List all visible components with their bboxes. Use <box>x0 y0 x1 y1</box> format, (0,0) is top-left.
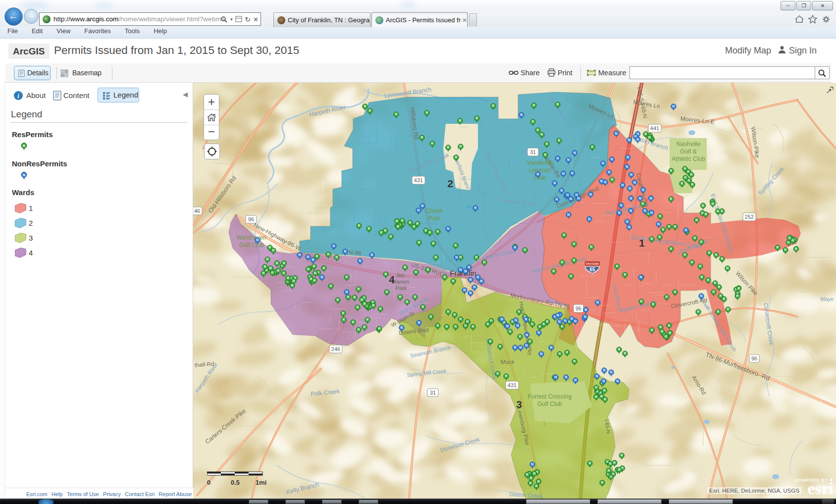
svg-text:N: N <box>630 173 632 176</box>
svg-text:R: R <box>431 142 434 145</box>
svg-text:R: R <box>292 279 295 283</box>
svg-text:R: R <box>539 325 541 328</box>
svg-text:R: R <box>271 271 274 274</box>
svg-text:R: R <box>613 461 616 464</box>
svg-text:N: N <box>464 288 466 292</box>
svg-text:R: R <box>652 302 655 306</box>
svg-text:R: R <box>591 145 594 149</box>
svg-text:R: R <box>566 351 569 354</box>
svg-text:R: R <box>532 120 534 123</box>
svg-text:R: R <box>429 231 431 234</box>
svg-text:N: N <box>568 213 570 216</box>
svg-text:R: R <box>505 374 508 378</box>
svg-text:R: R <box>354 296 356 299</box>
svg-text:N: N <box>602 161 604 165</box>
svg-text:R: R <box>684 253 686 256</box>
svg-text:N: N <box>639 197 641 200</box>
svg-text:R: R <box>23 144 26 148</box>
svg-text:96: 96 <box>248 216 254 222</box>
svg-text:R: R <box>666 295 668 299</box>
svg-text:N: N <box>480 279 483 283</box>
svg-text:N: N <box>618 211 621 214</box>
svg-text:246: 246 <box>331 346 340 352</box>
svg-text:Cheek: Cheek <box>426 207 444 214</box>
svg-text:R: R <box>455 155 458 159</box>
svg-text:R: R <box>432 242 435 245</box>
svg-text:N: N <box>557 313 559 317</box>
svg-text:Jim: Jim <box>396 272 404 278</box>
svg-text:N: N <box>473 285 476 289</box>
svg-text:N: N <box>629 197 632 200</box>
svg-text:N: N <box>629 209 632 212</box>
svg-text:R: R <box>624 352 627 355</box>
svg-text:N: N <box>447 227 450 230</box>
svg-text:N: N <box>611 157 613 161</box>
svg-text:N: N <box>525 317 527 321</box>
svg-text:R: R <box>574 359 576 363</box>
svg-text:N: N <box>521 113 523 116</box>
svg-text:N: N <box>359 259 362 262</box>
svg-text:R: R <box>712 202 714 205</box>
svg-text:R: R <box>714 281 717 285</box>
svg-text:R: R <box>695 218 698 222</box>
svg-text:R: R <box>674 290 677 294</box>
svg-text:R: R <box>546 320 549 323</box>
svg-text:R: R <box>343 318 345 321</box>
svg-text:R: R <box>519 335 522 338</box>
svg-text:R: R <box>721 257 724 260</box>
svg-text:Athletic Club: Athletic Club <box>672 155 705 162</box>
svg-text:R: R <box>422 305 424 308</box>
svg-text:R: R <box>717 310 720 313</box>
svg-text:R: R <box>736 294 739 298</box>
svg-text:R: R <box>406 300 409 303</box>
svg-text:R: R <box>727 266 729 270</box>
svg-text:R: R <box>386 290 388 294</box>
svg-text:N: N <box>570 197 572 201</box>
svg-text:N: N <box>421 204 424 207</box>
svg-text:R: R <box>524 248 526 252</box>
svg-text:R: R <box>651 328 653 332</box>
svg-text:R: R <box>699 264 702 268</box>
svg-text:N: N <box>257 238 259 242</box>
svg-text:N: N <box>564 319 567 322</box>
svg-text:R: R <box>455 244 457 247</box>
svg-text:R: R <box>694 236 696 240</box>
svg-text:R: R <box>409 221 412 224</box>
svg-text:N: N <box>588 217 590 221</box>
svg-text:N: N <box>636 138 639 141</box>
svg-text:N: N <box>465 269 467 273</box>
svg-text:N: N <box>371 253 373 256</box>
svg-text:R: R <box>717 209 719 213</box>
svg-text:N: N <box>525 333 528 337</box>
svg-text:R: R <box>618 348 621 351</box>
svg-text:R: R <box>499 345 502 348</box>
svg-text:R: R <box>425 229 427 232</box>
svg-text:N: N <box>468 265 470 269</box>
svg-text:R: R <box>417 222 419 225</box>
svg-text:R: R <box>283 261 285 265</box>
svg-text:R: R <box>530 476 532 480</box>
svg-text:46: 46 <box>194 208 200 214</box>
svg-text:R: R <box>595 386 597 389</box>
svg-text:R: R <box>537 480 540 483</box>
svg-text:N: N <box>650 211 653 214</box>
svg-text:R: R <box>691 260 693 264</box>
svg-text:R: R <box>648 136 651 139</box>
svg-text:R: R <box>262 271 265 275</box>
svg-text:R: R <box>589 461 591 465</box>
svg-text:R: R <box>644 132 647 136</box>
svg-text:N: N <box>525 344 528 347</box>
svg-text:R: R <box>688 179 690 182</box>
svg-text:N: N <box>333 244 335 248</box>
svg-text:R: R <box>533 103 535 107</box>
svg-text:R: R <box>452 279 455 283</box>
svg-text:R: R <box>380 231 383 234</box>
svg-text:N: N <box>537 172 539 176</box>
svg-text:R: R <box>670 247 673 251</box>
svg-text:R: R <box>497 372 499 375</box>
svg-text:R: R <box>437 324 439 327</box>
svg-text:R: R <box>313 264 315 268</box>
svg-text:R: R <box>361 298 363 302</box>
svg-text:R: R <box>509 330 512 333</box>
svg-text:N: N <box>558 320 561 323</box>
